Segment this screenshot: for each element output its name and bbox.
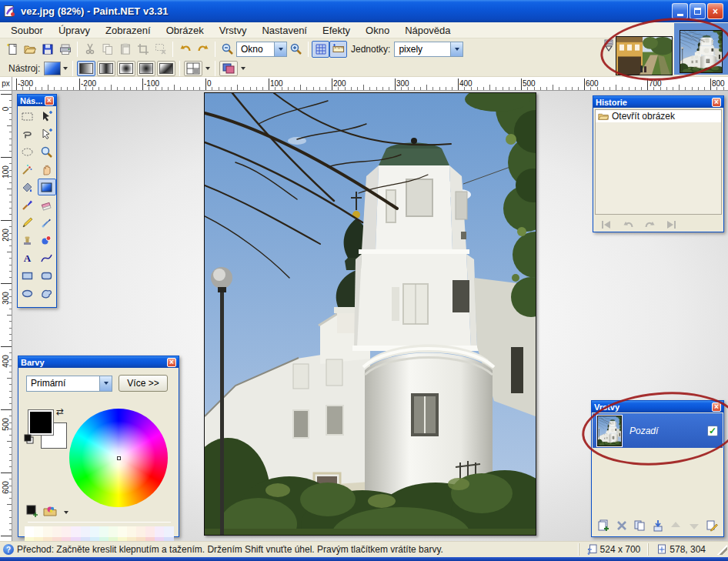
- zoom-in-button[interactable]: [287, 41, 305, 58]
- menu-soubor[interactable]: Soubor: [3, 23, 51, 38]
- primary-color-swatch[interactable]: [28, 409, 54, 436]
- gradient-tool[interactable]: [38, 179, 56, 195]
- channel-mode-button[interactable]: [184, 61, 202, 76]
- add-palette-color-button[interactable]: [26, 505, 38, 520]
- color-picker-tool[interactable]: [38, 214, 56, 231]
- pan-tool[interactable]: [38, 161, 56, 178]
- text-tool[interactable]: A: [18, 249, 37, 266]
- chevron-down-icon[interactable]: [203, 62, 212, 75]
- print-button[interactable]: [56, 41, 74, 58]
- palette-swatch[interactable]: [52, 526, 62, 537]
- magic-wand-tool[interactable]: [18, 161, 37, 178]
- swap-colors-icon[interactable]: ⇄: [56, 406, 64, 417]
- gradient-radial-button[interactable]: [137, 61, 155, 76]
- menu-nastaveni[interactable]: Nastavení: [254, 23, 315, 38]
- chevron-down-icon[interactable]: [239, 62, 247, 75]
- palette-swatch[interactable]: [71, 526, 80, 537]
- palette-swatch[interactable]: [118, 526, 127, 537]
- open-button[interactable]: [21, 41, 38, 58]
- paint-bucket-tool[interactable]: [18, 179, 37, 195]
- duplicate-layer-button[interactable]: [632, 519, 647, 533]
- palette-swatch[interactable]: [164, 526, 173, 537]
- palette-swatch[interactable]: [81, 526, 90, 537]
- zoom-tool[interactable]: [38, 143, 56, 160]
- history-redo-button[interactable]: [643, 219, 656, 231]
- zoom-level-combobox[interactable]: Okno: [236, 42, 287, 57]
- history-fast-forward-button[interactable]: [664, 219, 678, 231]
- save-button[interactable]: [38, 41, 56, 58]
- image-canvas[interactable]: [204, 92, 536, 536]
- eraser-tool[interactable]: [38, 196, 56, 213]
- rectangle-select-tool[interactable]: [18, 108, 37, 125]
- rounded-rectangle-tool[interactable]: [38, 267, 56, 284]
- new-button[interactable]: [3, 41, 21, 58]
- palette-swatch[interactable]: [145, 526, 155, 537]
- maximize-button[interactable]: [690, 3, 706, 19]
- layer-properties-button[interactable]: [704, 519, 720, 533]
- rectangle-shape-tool[interactable]: [18, 267, 37, 284]
- current-tool-gradient-icon[interactable]: [44, 62, 61, 75]
- gradient-diamond-button[interactable]: [117, 61, 135, 76]
- menu-zobrazeni[interactable]: Zobrazení: [98, 23, 159, 38]
- chevron-down-icon[interactable]: [274, 42, 286, 56]
- history-rewind-button[interactable]: [599, 219, 613, 231]
- resize-grip[interactable]: [716, 544, 727, 555]
- palette-swatch[interactable]: [62, 526, 71, 537]
- color-wheel[interactable]: [69, 409, 168, 507]
- add-layer-button[interactable]: [596, 519, 611, 533]
- chevron-down-icon[interactable]: [62, 506, 70, 519]
- history-item-open-image[interactable]: Otevřít obrázek: [596, 110, 721, 122]
- units-combobox[interactable]: pixely: [394, 42, 463, 57]
- grid-toggle-button[interactable]: [312, 41, 329, 58]
- chevron-down-icon[interactable]: [450, 42, 463, 56]
- blend-mode-button[interactable]: [219, 61, 238, 76]
- menu-vrstvy[interactable]: Vrstvy: [212, 23, 255, 38]
- chevron-down-icon[interactable]: [61, 62, 69, 75]
- ellipse-select-tool[interactable]: [18, 143, 37, 160]
- ruler-toggle-button[interactable]: [329, 41, 347, 58]
- tools-panel-close-button[interactable]: ×: [45, 96, 54, 105]
- palette-swatch[interactable]: [127, 526, 136, 537]
- palette-swatch[interactable]: [34, 526, 43, 537]
- palette-swatch[interactable]: [136, 526, 145, 537]
- colors-panel-close-button[interactable]: ×: [167, 358, 176, 367]
- delete-layer-button[interactable]: [614, 519, 629, 533]
- palette-menu-button[interactable]: [43, 506, 57, 520]
- history-panel-titlebar[interactable]: Historie ×: [593, 96, 723, 108]
- color-target-combobox[interactable]: Primární: [26, 376, 112, 392]
- clone-stamp-tool[interactable]: [18, 232, 37, 249]
- palette-swatch[interactable]: [25, 526, 34, 537]
- minimize-button[interactable]: [672, 3, 688, 19]
- palette-swatch[interactable]: [109, 526, 118, 537]
- close-button[interactable]: ×: [707, 3, 723, 19]
- undo-button[interactable]: [176, 41, 194, 58]
- move-pixels-tool[interactable]: [38, 108, 56, 125]
- tools-panel-titlebar[interactable]: Nás... ×: [18, 95, 56, 106]
- palette-swatch[interactable]: [90, 526, 99, 537]
- chevron-down-icon[interactable]: [99, 376, 112, 391]
- colors-panel-titlebar[interactable]: Barvy ×: [18, 356, 179, 368]
- freeform-shape-tool[interactable]: [38, 285, 56, 302]
- ellipse-shape-tool[interactable]: [18, 285, 37, 302]
- paintbrush-tool[interactable]: [18, 196, 37, 213]
- line-curve-tool[interactable]: [38, 249, 56, 266]
- palette-swatch[interactable]: [155, 526, 164, 537]
- menu-upravy[interactable]: Úpravy: [51, 23, 98, 38]
- menu-okno[interactable]: Okno: [358, 23, 397, 38]
- palette-swatch[interactable]: [99, 526, 109, 537]
- gradient-conical-button[interactable]: [157, 61, 175, 76]
- history-panel-close-button[interactable]: ×: [712, 98, 721, 107]
- gradient-reflected-button[interactable]: [97, 61, 115, 76]
- more-button[interactable]: Více >>: [119, 375, 168, 392]
- swap-mini-icon[interactable]: [24, 434, 35, 445]
- menu-efekty[interactable]: Efekty: [315, 23, 358, 38]
- pencil-tool[interactable]: [18, 214, 37, 231]
- palette-swatch[interactable]: [43, 526, 52, 537]
- redo-button[interactable]: [194, 41, 212, 58]
- lasso-select-tool[interactable]: [18, 125, 37, 142]
- merge-layer-down-button[interactable]: [650, 519, 666, 533]
- menu-obrazek[interactable]: Obrázek: [159, 23, 212, 38]
- zoom-out-button[interactable]: [219, 41, 236, 58]
- gradient-linear-button[interactable]: [77, 61, 95, 76]
- move-selection-tool[interactable]: [38, 125, 56, 142]
